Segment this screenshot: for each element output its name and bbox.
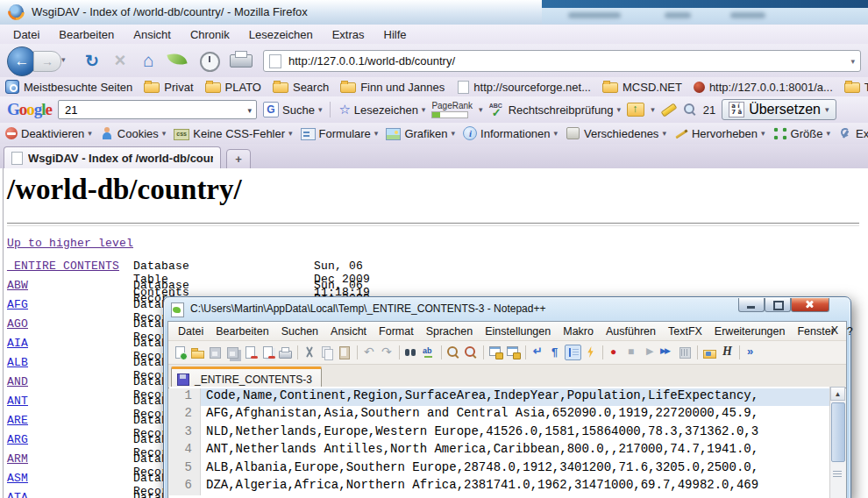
menu-item[interactable]: Chronik [181, 26, 239, 43]
stop-button[interactable]: × [109, 49, 132, 72]
menu-item[interactable]: Makro [557, 324, 600, 339]
devtoolbar-item[interactable]: Größe ▾ [773, 127, 830, 140]
wrap-icon[interactable] [530, 345, 546, 360]
dropdown-arrow-icon[interactable]: ▾ [826, 129, 830, 138]
sep-icon[interactable] [736, 345, 743, 360]
google-search-value[interactable]: 21 [65, 103, 77, 117]
closeall-icon[interactable] [260, 345, 276, 360]
dropdown-arrow-icon[interactable]: ▾ [662, 129, 666, 138]
dropdown-arrow-icon[interactable]: ▾ [374, 129, 379, 138]
forward-button[interactable]: → [33, 51, 61, 72]
sep-icon[interactable] [600, 345, 606, 360]
listing-link[interactable]: ARE [7, 414, 28, 427]
open-icon[interactable] [189, 345, 206, 360]
google-bookmarks-button[interactable]: ☆ Lesezeichen ▾ [338, 102, 425, 117]
line-text[interactable]: ANT,Netherlands Antilles,North America,C… [201, 442, 830, 459]
bookmark-item[interactable]: Search [273, 81, 329, 94]
minimize-button[interactable] [738, 298, 765, 312]
dropdown-arrow-icon[interactable]: ▾ [162, 129, 167, 138]
menu-item[interactable]: Datei [4, 26, 49, 43]
sep-icon[interactable] [295, 345, 301, 360]
listing-link[interactable]: ARG [7, 433, 28, 446]
google-search-box[interactable]: 21 ▾ [58, 100, 257, 119]
replace-icon[interactable] [421, 345, 438, 360]
menu-item[interactable]: Erweiterungen [708, 324, 792, 339]
menu-item[interactable]: Suchen [275, 324, 324, 339]
notepadpp-titlebar[interactable]: C:\Users\Martin\AppData\Local\Temp\_ENTI… [164, 297, 850, 321]
sep-icon[interactable] [354, 345, 360, 360]
reload-button[interactable]: ↻ [81, 49, 103, 72]
synch-icon[interactable] [505, 345, 522, 360]
search-dropdown-icon[interactable]: ▾ [247, 106, 252, 115]
history-dropdown-icon[interactable]: ▾ [61, 55, 66, 64]
listing-link[interactable]: ATA [7, 491, 28, 498]
url-text[interactable]: http://127.0.0.1/world-db/country/ [288, 54, 455, 68]
close-document-button[interactable]: X [831, 324, 838, 337]
line-text[interactable]: DZA,Algeria,Africa,Northern Africa,23817… [201, 478, 830, 495]
bookmark-item[interactable]: http://127.0.0.1:8001/a... [694, 81, 833, 94]
listing-link[interactable]: AND [7, 375, 28, 388]
more-icon[interactable] [743, 345, 760, 360]
dropdown-arrow-icon[interactable]: ▾ [318, 105, 323, 114]
pagerank-indicator[interactable]: PageRank [431, 102, 473, 118]
devtoolbar-item[interactable]: Deaktivieren ▾ [5, 127, 92, 140]
line-text[interactable]: AFG,Afghanistan,Asia,Southern and Centra… [201, 406, 830, 423]
menu-item[interactable]: Bearbeiten [210, 324, 274, 339]
listing-link[interactable]: ANT [7, 395, 28, 408]
dropdown-arrow-icon[interactable]: ▾ [825, 105, 829, 114]
close-icon[interactable] [242, 345, 259, 360]
cut-icon[interactable] [302, 345, 318, 360]
devtoolbar-item[interactable]: Keine CSS-Fehler ▾ [174, 127, 292, 140]
print-icon[interactable] [277, 345, 294, 360]
rec-icon[interactable] [607, 345, 623, 360]
dropdown-arrow-icon[interactable]: ▾ [422, 105, 426, 114]
listing-link[interactable]: ARM [7, 452, 28, 466]
devtoolbar-item[interactable]: Formulare ▾ [301, 127, 379, 140]
menu-item[interactable]: Datei [172, 324, 210, 339]
bookmark-item[interactable]: PLATO [205, 81, 261, 94]
url-bar[interactable]: http://127.0.0.1/world-db/country/ ▾ [263, 50, 861, 72]
indent-icon[interactable] [565, 345, 581, 360]
bookmark-item[interactable]: Tree Samples [844, 81, 868, 94]
google-search-button[interactable]: G Suche ▾ [263, 102, 322, 117]
highlighter-icon[interactable] [660, 103, 677, 117]
home-button[interactable]: ⌂ [137, 49, 160, 72]
devtoolbar-item[interactable]: Informationen ▾ [463, 126, 558, 140]
play-icon[interactable] [642, 345, 658, 360]
menu-item[interactable]: Einstellungen [479, 324, 557, 339]
bookmark-item[interactable]: Finn und Jannes [340, 81, 445, 94]
new-icon[interactable] [172, 345, 189, 360]
menu-item[interactable]: Format [373, 324, 420, 339]
explorer-icon[interactable] [701, 345, 718, 360]
dropdown-arrow-icon[interactable]: ▾ [617, 105, 622, 114]
html-icon[interactable] [719, 345, 736, 360]
menu-item[interactable]: Sprachen [420, 324, 480, 339]
zoomin-icon[interactable] [445, 345, 462, 360]
sep-icon[interactable] [480, 345, 487, 360]
editor-scrollbar[interactable]: ▲ [829, 387, 845, 498]
stop-icon[interactable] [624, 345, 641, 360]
devtoolbar-item[interactable]: Cookies ▾ [100, 127, 167, 140]
dropdown-arrow-icon[interactable]: ▾ [288, 129, 293, 138]
bookmark-item[interactable]: MCSD.NET [602, 81, 682, 94]
listing-link[interactable]: ABW [7, 279, 28, 292]
sep-icon[interactable] [694, 345, 701, 360]
menu-item[interactable]: Hilfe [374, 26, 416, 43]
bookmark-item[interactable]: http://sourceforge.net... [456, 81, 591, 94]
find-icon[interactable] [403, 345, 420, 360]
spellcheck-button[interactable]: Rechtschreibprüfung ▾ [489, 103, 622, 117]
send-to-folder-icon[interactable] [627, 103, 644, 117]
dropdown-arrow-icon[interactable]: ▾ [554, 129, 559, 138]
editor-area[interactable]: 1 Code,Name,Continent,Region,SurfaceArea… [169, 387, 845, 498]
menu-item[interactable]: Ansicht [124, 26, 181, 43]
sep-icon[interactable] [438, 345, 445, 360]
playall-icon[interactable] [659, 345, 676, 360]
translate-button[interactable]: a í 7 ä Übersetzen ▾ [722, 99, 836, 120]
menu-item[interactable]: TextFX [662, 324, 708, 339]
sep-icon[interactable] [523, 345, 529, 360]
dropdown-arrow-icon[interactable]: ▾ [88, 129, 92, 138]
listing-link[interactable]: ASM [7, 472, 28, 485]
devtoolbar-item[interactable]: Extras ▾ [838, 127, 868, 140]
save-icon[interactable] [207, 345, 224, 360]
devtoolbar-item[interactable]: Grafiken ▾ [386, 127, 455, 140]
